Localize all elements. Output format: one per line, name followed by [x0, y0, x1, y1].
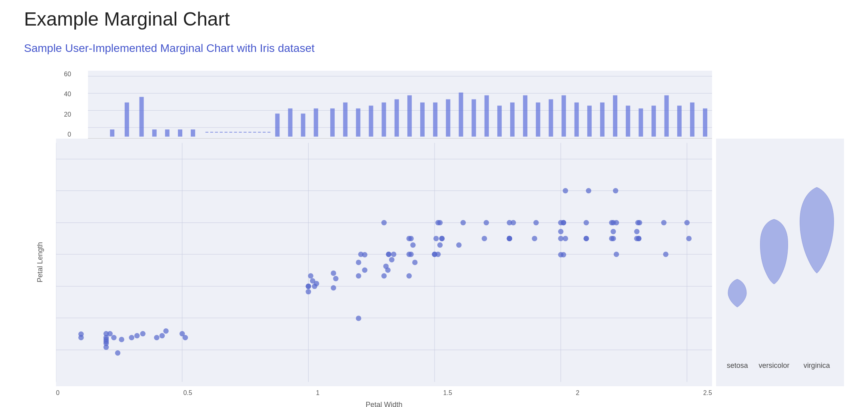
- svg-point-153: [609, 236, 615, 241]
- svg-rect-20: [382, 103, 386, 137]
- svg-rect-28: [485, 95, 489, 137]
- x-axis-area: 0 0.5 1 1.5 2 2.5 Petal Width: [56, 386, 712, 407]
- svg-point-80: [134, 333, 140, 339]
- svg-rect-36: [587, 105, 592, 137]
- svg-rect-46: [56, 143, 712, 382]
- svg-rect-40: [639, 108, 643, 137]
- top-histogram: 60 40 20 0: [88, 71, 712, 139]
- svg-rect-26: [459, 93, 463, 137]
- svg-rect-43: [677, 105, 682, 137]
- svg-point-97: [356, 273, 361, 279]
- svg-point-134: [507, 220, 512, 226]
- svg-point-124: [437, 242, 443, 248]
- svg-point-109: [386, 252, 391, 257]
- svg-point-129: [484, 220, 489, 226]
- svg-rect-39: [626, 105, 630, 137]
- svg-point-111: [406, 273, 412, 279]
- svg-rect-30: [510, 103, 515, 137]
- violin-virginica: virginica: [797, 155, 837, 370]
- svg-point-158: [614, 252, 619, 257]
- svg-rect-16: [330, 108, 335, 137]
- svg-rect-29: [497, 105, 502, 137]
- svg-point-103: [381, 273, 387, 279]
- svg-rect-10: [191, 129, 195, 137]
- svg-rect-19: [369, 105, 373, 137]
- svg-rect-5: [125, 103, 129, 137]
- x-axis-ticks: 0 0.5 1 1.5 2 2.5: [56, 389, 712, 397]
- svg-rect-17: [343, 103, 347, 137]
- svg-point-168: [686, 236, 692, 241]
- svg-rect-13: [288, 108, 292, 137]
- svg-point-93: [312, 284, 317, 289]
- svg-point-142: [558, 229, 564, 234]
- svg-point-127: [461, 220, 466, 226]
- svg-rect-12: [275, 113, 279, 137]
- svg-rect-7: [152, 129, 157, 137]
- svg-point-96: [331, 285, 336, 291]
- svg-point-165: [661, 220, 667, 226]
- svg-point-114: [410, 242, 416, 248]
- svg-point-143: [561, 220, 567, 226]
- svg-point-68: [78, 332, 84, 337]
- chart-container: 60 40 20 0: [24, 71, 844, 407]
- violin-setosa-svg: [723, 155, 751, 355]
- svg-point-162: [637, 220, 643, 226]
- svg-point-146: [561, 252, 567, 258]
- svg-point-82: [154, 335, 160, 340]
- svg-point-94: [331, 270, 336, 276]
- right-bottom-spacer: [716, 386, 844, 407]
- svg-point-136: [532, 236, 537, 241]
- svg-point-125: [439, 236, 445, 241]
- svg-point-126: [456, 242, 462, 248]
- svg-rect-15: [314, 108, 318, 137]
- svg-point-145: [558, 236, 564, 241]
- scatter-svg: 1 2 3 4 5 6 7: [56, 139, 712, 386]
- svg-rect-37: [600, 103, 605, 137]
- svg-point-167: [684, 220, 690, 226]
- svg-point-75: [107, 331, 113, 337]
- page-title: Example Marginal Chart: [24, 8, 844, 30]
- svg-rect-23: [420, 103, 425, 137]
- violin-label-versicolor: versicolor: [758, 361, 789, 370]
- svg-point-81: [140, 331, 146, 337]
- svg-rect-42: [664, 95, 669, 137]
- svg-point-121: [437, 220, 443, 226]
- svg-point-132: [406, 236, 412, 241]
- svg-point-107: [385, 268, 391, 273]
- svg-point-100: [356, 260, 361, 265]
- svg-point-166: [663, 252, 668, 257]
- y-axis-label: Petal Length: [34, 242, 46, 282]
- svg-rect-27: [472, 99, 476, 137]
- svg-point-79: [129, 335, 134, 340]
- main-chart-area: 60 40 20 0: [24, 71, 712, 407]
- svg-point-76: [111, 335, 117, 340]
- violin-plots: setosa versicolor virginica: [716, 139, 844, 386]
- scatter-row: Petal Length: [24, 139, 712, 386]
- svg-rect-4: [110, 129, 114, 137]
- violin-label-virginica: virginica: [804, 361, 830, 370]
- svg-point-86: [183, 335, 188, 340]
- svg-point-92: [306, 289, 311, 295]
- svg-point-113: [406, 252, 412, 257]
- svg-rect-32: [536, 103, 540, 137]
- svg-point-137: [533, 220, 539, 226]
- svg-point-83: [160, 333, 165, 339]
- svg-rect-18: [356, 108, 360, 137]
- svg-rect-41: [651, 105, 656, 137]
- svg-point-102: [362, 268, 367, 273]
- svg-rect-45: [703, 108, 707, 137]
- top-hist-svg: [88, 71, 712, 138]
- svg-point-95: [333, 276, 339, 282]
- svg-point-101: [356, 316, 361, 321]
- svg-point-110: [391, 252, 397, 257]
- svg-point-108: [381, 220, 387, 226]
- scatter-plot: 1 2 3 4 5 6 7: [56, 139, 712, 386]
- svg-point-77: [115, 350, 121, 356]
- svg-point-150: [584, 220, 589, 226]
- svg-point-120: [433, 236, 439, 241]
- svg-point-164: [636, 236, 642, 241]
- right-spacer: [716, 71, 844, 139]
- svg-point-99: [362, 252, 367, 258]
- svg-rect-21: [395, 99, 399, 137]
- svg-point-128: [482, 236, 487, 241]
